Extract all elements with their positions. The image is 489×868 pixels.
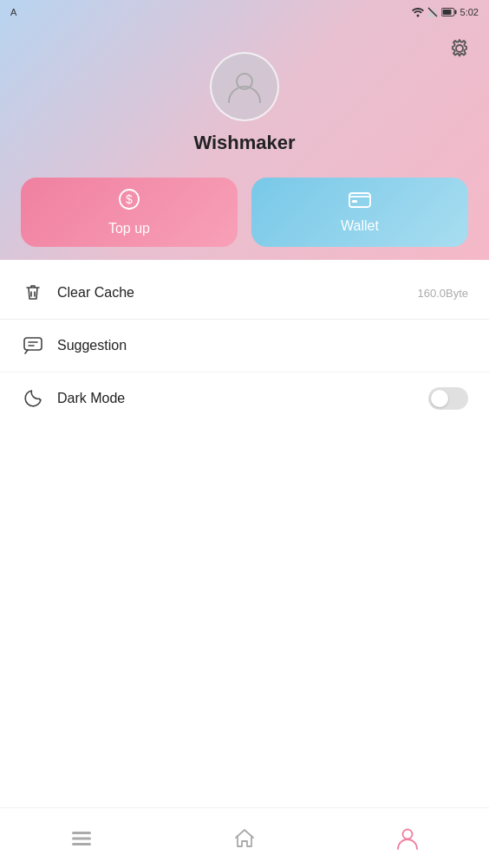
nav-home[interactable] [163,808,326,868]
clear-cache-item[interactable]: Clear Cache 160.0Byte [0,267,489,320]
wallet-icon [349,191,371,213]
battery-icon [441,7,457,17]
suggestion-icon [21,334,45,358]
wifi-icon [412,7,424,17]
topup-label: Top up [108,221,150,236]
clear-cache-value: 160.0Byte [417,287,468,300]
svg-text:$: $ [126,192,133,206]
svg-rect-1 [427,14,430,17]
profile-nav-icon [396,826,419,851]
username: Wishmaker [193,132,295,154]
status-left: A [10,7,16,17]
avatar-icon [224,66,265,107]
svg-point-17 [403,829,413,839]
action-buttons: $ Top up Wallet [21,178,468,247]
wallet-label: Wallet [341,218,379,234]
svg-rect-15 [72,837,91,839]
dark-mode-item[interactable]: Dark Mode [0,372,489,424]
profile-section: Wishmaker [0,52,489,154]
svg-rect-12 [352,200,357,203]
signal-icon [427,7,438,17]
svg-rect-7 [442,10,451,15]
svg-rect-6 [454,10,456,15]
suggestion-item[interactable]: Suggestion [0,320,489,372]
bottom-nav [0,807,489,868]
dark-mode-toggle[interactable] [428,387,468,410]
home-nav-icon [233,828,256,849]
svg-rect-14 [72,832,91,834]
status-right: 5:02 [412,7,479,17]
clear-cache-icon [21,281,45,305]
svg-rect-11 [349,193,370,207]
status-time: 5:02 [460,7,479,17]
topup-button[interactable]: $ Top up [21,178,238,247]
topup-icon: $ [118,188,140,216]
dark-mode-icon [21,386,45,411]
dark-mode-label: Dark Mode [57,391,428,406]
wallet-button[interactable]: Wallet [251,178,468,247]
menu-nav-icon [70,829,93,848]
settings-button[interactable] [444,33,475,64]
clear-cache-label: Clear Cache [57,285,417,301]
status-bar: A 5:02 [0,0,489,24]
avatar[interactable] [210,52,279,121]
nav-profile[interactable] [326,808,489,868]
menu-section: Clear Cache 160.0Byte Suggestion Dark Mo… [0,267,489,424]
svg-rect-13 [24,338,42,350]
svg-rect-16 [72,843,91,845]
svg-point-0 [416,15,419,17]
suggestion-label: Suggestion [57,338,468,353]
nav-menu[interactable] [0,808,163,868]
